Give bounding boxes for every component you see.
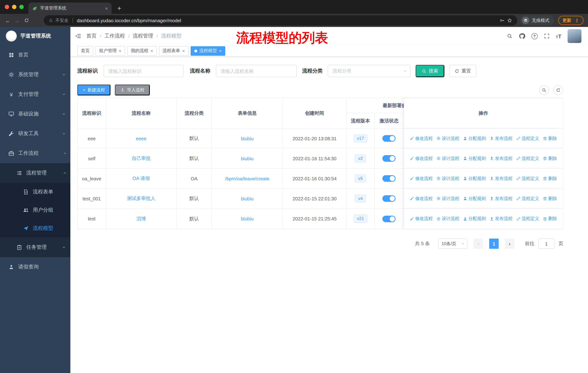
action-edit-process[interactable]: 修改流程 — [410, 216, 433, 222]
browser-menu-icon[interactable]: ⋮ — [575, 18, 579, 23]
action-assign-rule[interactable]: 分配规则 — [463, 155, 486, 161]
process-name-input[interactable] — [216, 65, 297, 77]
github-icon[interactable] — [519, 33, 525, 39]
action-delete-process[interactable]: 删除 — [543, 175, 557, 181]
active-toggle[interactable] — [382, 215, 396, 222]
active-toggle[interactable] — [382, 135, 396, 142]
action-publish-process[interactable]: 发布流程 — [490, 195, 513, 202]
action-publish-process[interactable]: 发布流程 — [490, 216, 513, 222]
action-edit-process[interactable]: 修改流程 — [410, 135, 433, 141]
prev-page-button[interactable]: ‹ — [473, 239, 483, 249]
form-info-link[interactable]: biubiu — [241, 216, 253, 222]
form-info-link[interactable]: biubiu — [241, 136, 253, 141]
action-process-definition[interactable]: 流程定义 — [516, 195, 539, 202]
action-publish-process[interactable]: 发布流程 — [490, 175, 513, 181]
tag-process-form[interactable]: 流程表单 × — [159, 46, 189, 56]
action-publish-process[interactable]: 发布流程 — [490, 155, 513, 161]
process-id-input[interactable] — [104, 65, 184, 77]
action-design-process[interactable]: 设计流程 — [436, 195, 459, 202]
sidebar-item-payment[interactable]: ¥ 支付管理 › — [0, 84, 70, 104]
sidebar-item-system[interactable]: 系统管理 › — [0, 65, 70, 84]
reset-button[interactable]: 重置 — [449, 65, 476, 77]
password-key-icon[interactable] — [499, 18, 504, 23]
process-category-select[interactable]: 流程分类 › — [328, 65, 410, 77]
action-process-definition[interactable]: 流程定义 — [516, 216, 539, 222]
current-page[interactable]: 1 — [489, 239, 499, 249]
security-warning-icon[interactable]: ⚠ — [49, 18, 53, 23]
process-name-link[interactable]: eeee — [136, 136, 147, 141]
action-edit-process[interactable]: 修改流程 — [410, 175, 433, 181]
tag-tenant-management[interactable]: 租户管理 × — [95, 46, 125, 56]
create-process-button[interactable]: + 新建流程 — [77, 84, 110, 95]
forward-button[interactable]: → — [12, 17, 22, 23]
process-name-link[interactable]: OA 请假 — [133, 175, 150, 182]
refresh-table-button[interactable] — [553, 85, 563, 95]
sidebar-item-user-group[interactable]: 用户分组 — [0, 201, 70, 219]
action-edit-process[interactable]: 修改流程 — [410, 155, 433, 161]
maximize-window-button[interactable] — [19, 5, 24, 9]
reload-button[interactable] — [22, 18, 31, 23]
close-icon[interactable]: × — [119, 49, 121, 53]
action-process-definition[interactable]: 流程定义 — [516, 175, 539, 181]
minimize-window-button[interactable] — [12, 5, 16, 9]
form-info-link[interactable]: /bpm/oa/leave/create — [225, 176, 269, 181]
action-delete-process[interactable]: 删除 — [543, 135, 557, 141]
browser-tab[interactable]: 芋道管理系统 × — [28, 2, 112, 14]
incognito-badge[interactable]: 无痕模式 — [520, 15, 554, 26]
action-design-process[interactable]: 设计流程 — [436, 175, 459, 181]
action-edit-process[interactable]: 修改流程 — [410, 195, 433, 202]
action-design-process[interactable]: 设计流程 — [436, 216, 459, 222]
tag-my-process[interactable]: 我的流程 × — [127, 46, 157, 56]
action-process-definition[interactable]: 流程定义 — [516, 155, 539, 161]
action-assign-rule[interactable]: 分配规则 — [463, 195, 486, 202]
sidebar-item-home[interactable]: 首页 — [0, 45, 70, 65]
search-icon[interactable] — [506, 33, 512, 39]
action-delete-process[interactable]: 删除 — [543, 195, 557, 202]
tag-process-model[interactable]: 流程模型 × — [191, 46, 225, 56]
action-assign-rule[interactable]: 分配规则 — [463, 175, 486, 181]
form-info-link[interactable]: biubiu — [241, 156, 253, 161]
close-icon[interactable]: × — [219, 49, 222, 53]
breadcrumb-process-management[interactable]: 流程管理 — [133, 33, 153, 39]
sidebar-item-leave-query[interactable]: 请假查询 — [0, 257, 70, 277]
action-assign-rule[interactable]: 分配规则 — [463, 135, 486, 141]
goto-page-input[interactable] — [538, 239, 555, 249]
close-tab-icon[interactable]: × — [105, 6, 108, 11]
sidebar-item-task-management[interactable]: 任务管理 › — [0, 238, 70, 257]
search-button[interactable]: 搜索 — [416, 65, 444, 77]
active-toggle[interactable] — [382, 195, 396, 202]
page-size-select[interactable]: 10条/页 › — [438, 239, 467, 249]
close-icon[interactable]: × — [151, 49, 153, 53]
action-process-definition[interactable]: 流程定义 — [516, 135, 539, 141]
new-tab-button[interactable]: + — [117, 5, 121, 12]
url-field[interactable]: ⚠ 不安全 dashboard.yudao.iocoder.cn/bpm/man… — [44, 15, 517, 26]
action-design-process[interactable]: 设计流程 — [436, 155, 459, 161]
process-name-link[interactable]: 滔博 — [136, 215, 146, 222]
form-info-link[interactable]: biubiu — [241, 196, 253, 201]
action-delete-process[interactable]: 删除 — [543, 216, 557, 222]
font-size-icon[interactable]: TT — [556, 33, 561, 39]
sidebar-item-devtools[interactable]: 研发工具 › — [0, 124, 70, 143]
sidebar-item-infrastructure[interactable]: 基础设施 › — [0, 104, 70, 124]
sidebar-item-workflow[interactable]: 工作流程 › — [0, 143, 70, 163]
breadcrumb-home[interactable]: 首页 — [86, 33, 97, 39]
next-page-button[interactable]: › — [505, 239, 514, 249]
fullscreen-icon[interactable] — [544, 33, 550, 39]
close-window-button[interactable] — [5, 5, 9, 9]
process-name-link[interactable]: 测试多审批人 — [127, 195, 155, 202]
active-toggle[interactable] — [382, 175, 396, 182]
back-button[interactable]: ← — [3, 17, 12, 23]
import-process-button[interactable]: 导入流程 — [115, 84, 150, 95]
sidebar-item-process-form[interactable]: 流程表单 — [0, 183, 70, 201]
action-assign-rule[interactable]: 分配规则 — [463, 216, 486, 222]
browser-update-button[interactable]: 更新 ⋮ — [558, 16, 584, 25]
sidebar-item-process-management[interactable]: 流程管理 › — [0, 163, 70, 183]
show-search-icon-button[interactable] — [539, 85, 549, 95]
process-name-link[interactable]: 自己审批 — [132, 155, 151, 162]
help-icon[interactable]: ? — [531, 33, 537, 39]
action-design-process[interactable]: 设计流程 — [436, 135, 459, 141]
collapse-sidebar-icon[interactable] — [75, 33, 81, 39]
action-publish-process[interactable]: 发布流程 — [490, 135, 513, 141]
sidebar-item-process-model[interactable]: 流程模型 — [0, 219, 70, 238]
bookmark-star-icon[interactable] — [507, 18, 512, 23]
